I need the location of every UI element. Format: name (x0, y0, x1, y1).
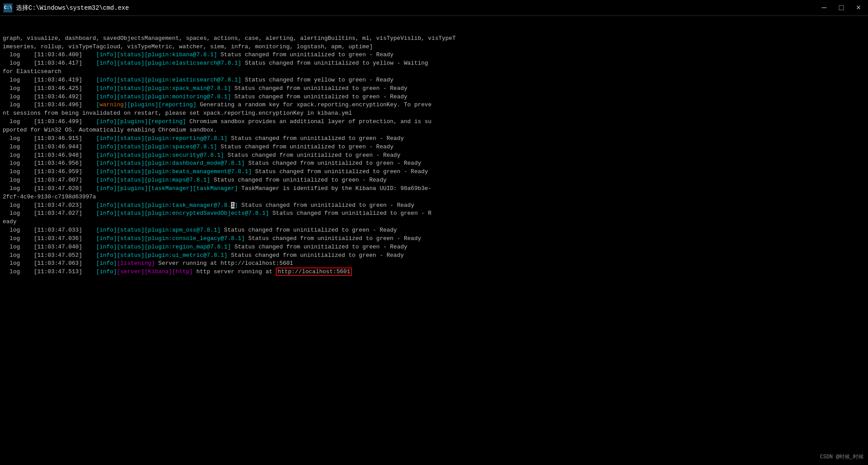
log-tag2: [status] (117, 160, 144, 167)
log-tag3: [plugin:beats_management@7.8.1] (145, 168, 252, 175)
console-line: log [11:03:47.027] [info][status][plugin… (3, 209, 865, 218)
log-prefix: log (3, 51, 20, 58)
log-prefix: log (3, 185, 20, 192)
titlebar-title: 选择C:\Windows\system32\cmd.exe (16, 4, 129, 12)
log-prefix: log (3, 244, 20, 250)
console-line: log [11:03:47.513] [info][server][Kibana… (3, 268, 865, 276)
log-time: [11:03:47.063] (34, 260, 82, 267)
log-warning-tag: warning (99, 101, 124, 108)
console-line: log [11:03:47.040] [info][status][plugin… (3, 243, 865, 252)
log-tag2: [status] (117, 60, 144, 66)
log-tag1: [info] (96, 235, 117, 242)
log-prefix: log (3, 210, 20, 217)
log-time: [11:03:46.948] (34, 152, 82, 159)
log-tag1: [info] (96, 268, 117, 275)
log-time: [11:03:46.944] (34, 143, 82, 150)
log-tag3: [plugin:ui_metric@7.8.1] (145, 252, 227, 259)
log-tag3: [plugin:dashboard_mode@7.8.1] (145, 160, 245, 167)
log-time: [11:03:46.425] (34, 85, 82, 92)
log-prefix: log (3, 168, 20, 175)
titlebar-left: C:\ 选择C:\Windows\system32\cmd.exe (4, 4, 129, 12)
log-msg: Status changed from uninitialized to gre… (221, 227, 397, 233)
log-time: [11:03:47.036] (34, 235, 82, 242)
log-msg: Status changed from uninitialized to gre… (269, 210, 432, 217)
log-prefix: log (3, 252, 20, 259)
maximize-button[interactable]: □ (835, 3, 847, 13)
log-tag3: [plugin:kibana@7.8.1] (145, 51, 217, 58)
console-line: log [11:03:47.033] [info][status][plugin… (3, 226, 865, 235)
log-tag3: [plugin:elasticsearch@7.8.1] (145, 77, 241, 83)
log-msg: Status changed from uninitialized to gre… (238, 202, 414, 209)
log-prefix: log (3, 85, 20, 92)
console-line: log [11:03:47.023] [info][status][plugin… (3, 202, 865, 210)
console-line: log [11:03:46.944] [info][status][plugin… (3, 143, 865, 151)
log-tag1: [info] (96, 60, 117, 66)
log-tag2: [status] (117, 177, 144, 183)
console-line: pported for Win32 OS. Automatically enab… (3, 126, 865, 135)
log-tag1: [info] (96, 85, 117, 92)
cmd-window: C:\ 选择C:\Windows\system32\cmd.exe ─ □ × … (0, 0, 868, 465)
console-line: log [11:03:46.959] [info][status][plugin… (3, 168, 865, 176)
log-tag1: [info] (96, 168, 117, 175)
log-msg: Status changed from uninitialized to gre… (231, 85, 407, 92)
log-tag3: [plugin:task_manager@7.8.1] (145, 202, 238, 209)
log-msg: Status changed from yellow to green - Re… (241, 77, 393, 83)
log-tag2: [status] (117, 227, 144, 233)
log-tag2: [status] (117, 143, 144, 150)
log-tag3: [plugin:security@7.8.1] (145, 152, 224, 159)
console-line: log [11:03:46.496] [warning][plugins][re… (3, 101, 865, 109)
log-tag3: [reporting] (148, 118, 186, 125)
log-tag1b: ] (124, 101, 127, 108)
log-tag2: [status] (117, 252, 144, 259)
log-time: [11:03:46.492] (34, 93, 82, 100)
log-time: [11:03:47.513] (34, 268, 82, 275)
log-tag2: [status] (117, 152, 144, 159)
log-tag1: [info] (96, 51, 117, 58)
log-time: [11:03:47.020] (34, 185, 82, 192)
log-tag1: [info] (96, 118, 117, 125)
console-output: graph, visualize, dashboard, savedObject… (0, 16, 868, 465)
log-tag2: [status] (117, 77, 144, 83)
log-time: [11:03:46.915] (34, 135, 82, 142)
log-prefix: log (3, 235, 20, 242)
log-prefix: log (3, 202, 20, 209)
log-tag2: [status] (117, 168, 144, 175)
console-line: log [11:03:46.499] [info][plugins][repor… (3, 118, 865, 126)
close-button[interactable]: × (852, 3, 864, 13)
log-prefix: log (3, 77, 20, 83)
console-line: log [11:03:46.948] [info][status][plugin… (3, 151, 865, 160)
log-tag1: [info] (96, 177, 117, 183)
console-line: imeseries, rollup, visTypeTagcloud, visT… (3, 43, 865, 51)
log-time: [11:03:47.052] (34, 252, 82, 259)
log-tag1: [info] (96, 202, 117, 209)
log-tag3: [Kibana][http] (145, 268, 193, 275)
minimize-button[interactable]: ─ (818, 3, 830, 13)
log-msg: http server running at (193, 268, 276, 275)
log-prefix: log (3, 177, 20, 183)
watermark: CSDN @时候_时候 (820, 453, 864, 461)
log-tag2: [plugins] (117, 185, 148, 192)
log-tag3: [plugin:spaces@7.8.1] (145, 143, 217, 150)
log-tag1: [info] (96, 252, 117, 259)
log-prefix: log (3, 93, 20, 100)
log-prefix: log (3, 152, 20, 159)
console-line: 2fcf-4c9e-9130-c7198d63997a (3, 193, 865, 202)
log-tag1: [info] (96, 160, 117, 167)
log-tag2: [status] (117, 51, 144, 58)
log-tag1: [info] (96, 93, 117, 100)
log-time: [11:03:46.400] (34, 51, 82, 58)
log-msg: Status changed from uninitialized to gre… (252, 168, 428, 175)
log-prefix: log (3, 160, 20, 167)
console-line: log [11:03:46.915] [info][status][plugin… (3, 135, 865, 143)
log-prefix: log (3, 118, 20, 125)
console-line: graph, visualize, dashboard, savedObject… (3, 35, 865, 43)
log-tag1: [info] (96, 260, 117, 267)
log-tag1: [info] (96, 185, 117, 192)
log-prefix: log (3, 268, 20, 275)
log-tag1: [info] (96, 210, 117, 217)
console-line: log [11:03:46.400] [info][status][plugin… (3, 51, 865, 59)
log-time: [11:03:47.023] (34, 202, 82, 209)
log-tag2: [plugins] (127, 101, 158, 108)
log-msg: Chromium sandbox provides an additional … (186, 118, 432, 125)
console-line: log [11:03:47.007] [info][status][plugin… (3, 176, 865, 185)
